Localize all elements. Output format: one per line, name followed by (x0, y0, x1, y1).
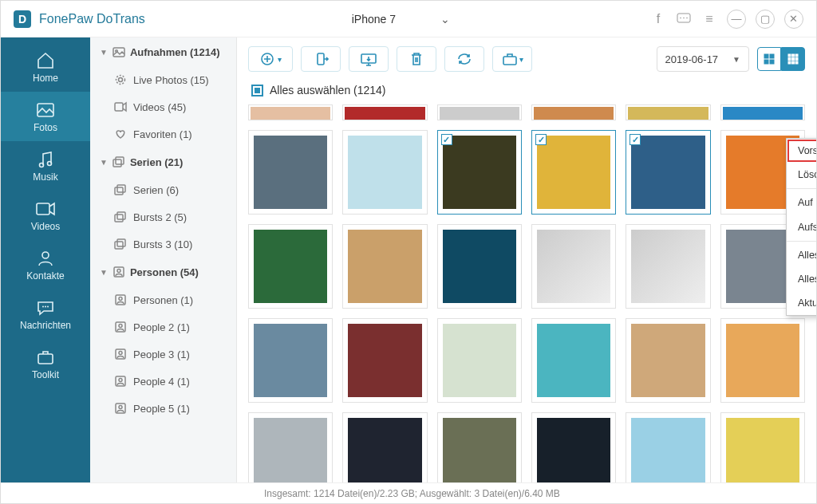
tree-item[interactable]: People 3 (1) (90, 341, 236, 368)
device-selector[interactable]: iPhone 7 ⌄ (345, 13, 450, 26)
svg-point-16 (116, 76, 125, 85)
photo-thumb[interactable] (342, 104, 427, 120)
photo-thumb[interactable] (342, 412, 427, 482)
photo-thumb[interactable] (720, 318, 805, 403)
svg-rect-24 (115, 242, 123, 249)
view-small-grid[interactable] (781, 47, 805, 71)
tree-item[interactable]: Favoriten (1) (90, 120, 236, 148)
photo-thumb[interactable] (720, 412, 805, 482)
svg-point-9 (42, 306, 44, 308)
thumb-checkbox[interactable]: ✓ (630, 134, 641, 145)
photo-thumb[interactable] (437, 318, 522, 403)
photo-thumb[interactable] (248, 318, 333, 403)
toolbar: ▾ ▾ 2019-06-17▼ (237, 37, 816, 81)
select-all-checkbox[interactable] (251, 85, 263, 96)
tree-item[interactable]: Bursts 2 (5) (90, 203, 236, 230)
tree-item[interactable]: Videos (45) (90, 93, 236, 120)
photo-thumb[interactable]: ✓ (531, 130, 616, 215)
svg-rect-53 (792, 61, 795, 64)
toolkit-icon (35, 348, 56, 366)
ctx-preview[interactable]: Vorschau (787, 139, 817, 163)
sidebar-item-label: Videos (31, 221, 60, 232)
feedback-icon[interactable] (676, 11, 692, 27)
refresh-button[interactable] (444, 46, 484, 72)
photo-thumb[interactable] (248, 224, 333, 309)
svg-rect-48 (795, 54, 798, 57)
tree-group[interactable]: ▼Serien (21) (90, 148, 236, 176)
delete-button[interactable] (397, 46, 436, 72)
photo-thumb[interactable] (342, 224, 427, 309)
sidebar-item-label: Toolkit (32, 369, 59, 380)
thumb-checkbox[interactable]: ✓ (535, 134, 547, 145)
photo-thumb[interactable] (437, 412, 522, 482)
sidebar-item-videos[interactable]: Videos (1, 191, 90, 240)
add-button[interactable]: ▾ (248, 46, 293, 72)
photo-thumb[interactable] (342, 318, 427, 403)
photo-thumb[interactable] (531, 412, 616, 482)
tree-item[interactable]: Serien (6) (90, 176, 236, 203)
photo-thumb[interactable] (248, 130, 333, 215)
photo-thumb[interactable] (437, 104, 522, 120)
photo-thumb[interactable] (248, 412, 333, 482)
view-large-grid[interactable] (757, 47, 781, 71)
ctx-delete[interactable]: Löschen (787, 163, 817, 187)
ctx-deselect-all[interactable]: Alles abwählen (787, 267, 817, 291)
toolbox-button[interactable]: ▾ (492, 46, 532, 72)
sidebar-item-label: Nachrichten (20, 320, 71, 331)
photo-thumb[interactable]: ✓ (626, 130, 710, 215)
select-all-row[interactable]: Alles auswählen (1214) (237, 81, 816, 103)
svg-rect-46 (788, 54, 791, 57)
ctx-transfer-device[interactable]: Aufs Gerät übertragen▸ (787, 215, 817, 239)
to-pc-button[interactable] (349, 46, 389, 72)
photo-thumb[interactable] (437, 224, 522, 309)
tree-group[interactable]: ▼Aufnahmen (1214) (90, 37, 236, 66)
item-icon (114, 293, 127, 306)
sidebar-item-fotos[interactable]: Fotos (1, 92, 90, 141)
tree-item[interactable]: People 5 (1) (90, 395, 236, 422)
photo-thumb[interactable] (531, 224, 616, 309)
to-device-button[interactable] (301, 46, 341, 72)
tree-item[interactable]: Personen (1) (90, 286, 236, 313)
sidebar-item-nachrichten[interactable]: Nachrichten (1, 289, 90, 339)
menu-icon[interactable]: ≡ (701, 11, 717, 27)
tree-group[interactable]: ▼Personen (54) (90, 258, 236, 286)
sidebar-item-home[interactable]: Home (1, 42, 90, 92)
photo-thumb[interactable]: ✓ (437, 130, 522, 215)
close-button[interactable]: ✕ (784, 10, 803, 29)
sidebar-item-kontakte[interactable]: Kontakte (1, 240, 90, 289)
photo-grid-scroll[interactable]: ✓✓✓ (237, 103, 816, 482)
tree-item[interactable]: People 4 (1) (90, 368, 236, 395)
photo-thumb[interactable] (626, 104, 710, 120)
item-icon (114, 128, 127, 140)
svg-point-8 (42, 252, 49, 258)
date-filter[interactable]: 2019-06-17▼ (657, 46, 749, 72)
tree-item[interactable]: Bursts 3 (10) (90, 230, 236, 258)
statusbar: Insgesamt: 1214 Datei(en)/2.23 GB; Ausge… (1, 482, 816, 503)
photo-thumb[interactable] (626, 224, 710, 309)
photo-thumb[interactable] (720, 104, 805, 120)
photo-thumb[interactable] (626, 318, 710, 403)
svg-point-27 (117, 270, 120, 273)
photo-thumb[interactable] (531, 318, 616, 403)
thumb-checkbox[interactable]: ✓ (441, 134, 452, 145)
ctx-refresh[interactable]: Aktualisieren (787, 291, 817, 315)
svg-rect-44 (764, 60, 768, 64)
tree-item[interactable]: Live Photos (15) (90, 66, 236, 93)
item-icon (114, 375, 127, 388)
album-tree: ▼Aufnahmen (1214)Live Photos (15)Videos … (90, 37, 237, 482)
tree-item[interactable]: People 2 (1) (90, 313, 236, 341)
facebook-icon[interactable]: f (650, 11, 666, 27)
maximize-button[interactable]: ▢ (756, 10, 775, 29)
context-menu: Vorschau Löschen Auf PC exportieren Aufs… (786, 138, 817, 316)
sidebar-item-musik[interactable]: Musik (1, 141, 90, 191)
photo-thumb[interactable] (342, 130, 427, 215)
ctx-select-all[interactable]: Alles auswählen (787, 243, 817, 267)
minimize-button[interactable]: — (727, 10, 746, 29)
photo-thumb[interactable] (248, 104, 333, 120)
svg-point-5 (40, 163, 44, 167)
caret-down-icon: ▼ (100, 268, 108, 277)
ctx-export-pc[interactable]: Auf PC exportieren (787, 191, 817, 215)
photo-thumb[interactable] (626, 412, 710, 482)
photo-thumb[interactable] (531, 104, 616, 120)
sidebar-item-toolkit[interactable]: Toolkit (1, 339, 90, 388)
